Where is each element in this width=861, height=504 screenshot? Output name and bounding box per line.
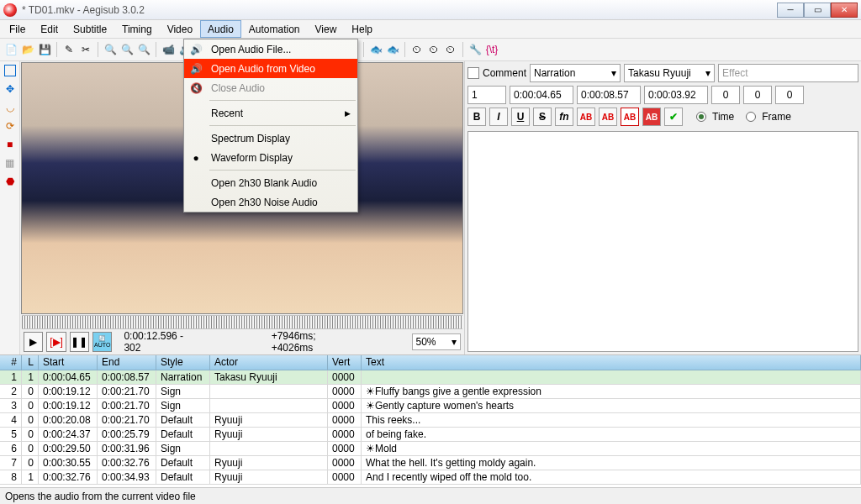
duration-input[interactable]: 0:00:03.92 — [644, 86, 708, 104]
video-toolbar: ✥ ◡ ⟳ ■ ▦ ⬣ — [0, 61, 20, 354]
menu-help[interactable]: Help — [344, 20, 380, 38]
status-bar: Opens the audio from the current video f… — [0, 487, 861, 504]
grid-header: # L Start End Style Actor Vert Text — [0, 355, 861, 370]
strike-button[interactable]: S — [533, 108, 552, 126]
color1-button[interactable]: AB — [577, 108, 595, 126]
table-row[interactable]: 500:00:24.370:00:25.79DefaultRyuuji0000o… — [0, 428, 861, 442]
time-radio[interactable] — [696, 112, 706, 122]
col-vert[interactable]: Vert — [328, 355, 362, 370]
move-icon[interactable]: ✥ — [6, 83, 14, 95]
autoscroll-button[interactable]: 🔄AUTO — [92, 332, 112, 352]
margin-v-input[interactable]: 0 — [775, 86, 804, 104]
col-text[interactable]: Text — [362, 355, 861, 370]
tool-icon[interactable]: 🐟 — [385, 42, 400, 57]
subtitle-text-input[interactable] — [467, 131, 858, 352]
menu-open-audio-file[interactable]: 🔊 Open Audio File... — [184, 39, 357, 59]
comment-checkbox[interactable] — [467, 67, 479, 79]
play-button[interactable]: ▶ — [24, 332, 43, 352]
menu-close-audio[interactable]: 🔇 Close Audio — [184, 78, 357, 97]
maximize-button[interactable]: ▭ — [804, 3, 831, 18]
main-toolbar: 📄 📂 💾 ✎ ✂ 🔍 🔍 🔍 📹 🔊 🔊 ⏱ ⏱ ⏱ ⏱ ⏱ 🎨 👤 👤 🐟 … — [0, 39, 861, 61]
tool-icon[interactable]: ✎ — [61, 42, 77, 57]
menu-open-blank-audio[interactable]: Open 2h30 Blank Audio — [184, 173, 357, 192]
menu-edit[interactable]: Edit — [33, 20, 66, 38]
margin-l-input[interactable]: 0 — [711, 86, 740, 104]
video-open-icon[interactable]: 📹 — [161, 42, 176, 57]
table-row[interactable]: 700:00:30.550:00:32.76DefaultRyuuji0000W… — [0, 456, 861, 470]
menu-file[interactable]: File — [2, 20, 33, 38]
color3-button[interactable]: AB — [621, 108, 639, 126]
tool-icon[interactable]: ✂ — [78, 42, 93, 57]
col-actor[interactable]: Actor — [210, 355, 328, 370]
tool-icon[interactable]: ⏲ — [409, 42, 425, 57]
menu-recent[interactable]: Recent ▶ — [184, 103, 357, 123]
frame-radio[interactable] — [746, 112, 756, 122]
speaker-icon: 🔊 — [189, 62, 203, 76]
menu-spectrum-display[interactable]: Spectrum Display — [184, 129, 357, 148]
menubar: File Edit Subtitle Timing Video Audio Au… — [0, 20, 861, 39]
separator — [209, 170, 356, 171]
table-row[interactable]: 110:00:04.650:00:08.57NarrationTakasu Ry… — [0, 370, 861, 385]
open-icon[interactable]: 📂 — [20, 42, 35, 57]
menu-open-noise-audio[interactable]: Open 2h30 Noise Audio — [184, 192, 357, 212]
end-time-input[interactable]: 0:00:08.57 — [577, 86, 641, 104]
tool-icon[interactable]: ▦ — [5, 157, 14, 169]
table-row[interactable]: 810:00:32.760:00:34.93DefaultRyuuji0000A… — [0, 470, 861, 485]
menu-timing[interactable]: Timing — [114, 20, 160, 38]
style-select[interactable]: Narration▾ — [530, 64, 621, 82]
table-row[interactable]: 200:00:19.120:00:21.70Sign0000☀Fluffy ba… — [0, 385, 861, 399]
menu-view[interactable]: View — [308, 20, 345, 38]
tool-icon[interactable]: ⏲ — [426, 42, 441, 57]
table-row[interactable]: 600:00:29.500:00:31.96Sign0000☀Mold — [0, 442, 861, 456]
speaker-icon: 🔊 — [189, 43, 203, 56]
start-time-input[interactable]: 0:00:04.65 — [510, 86, 573, 104]
minimize-button[interactable]: ─ — [777, 3, 804, 18]
tool-icon[interactable]: ⬣ — [6, 176, 14, 187]
settings-icon[interactable]: 🔧 — [467, 42, 483, 57]
tool-icon[interactable]: ⟳ — [6, 120, 14, 132]
tool-square-icon[interactable] — [4, 65, 16, 76]
col-number[interactable]: # — [0, 355, 22, 370]
tool-icon[interactable]: 🔍 — [119, 42, 135, 57]
playback-controls: ▶ [▶] ❚❚ 🔄AUTO 0:00:12.596 - 302 +7946ms… — [20, 329, 464, 354]
dot-icon: ● — [189, 151, 203, 165]
play-line-button[interactable]: [▶] — [46, 332, 66, 352]
color4-button[interactable]: AB — [642, 108, 661, 126]
color2-button[interactable]: AB — [599, 108, 617, 126]
pause-button[interactable]: ❚❚ — [70, 332, 89, 352]
layer-input[interactable]: 1 — [467, 86, 506, 104]
tool-icon[interactable]: 🔍 — [103, 42, 118, 57]
chevron-down-icon: ▾ — [452, 336, 457, 348]
video-timeline[interactable] — [22, 315, 462, 329]
close-button[interactable]: ✕ — [831, 3, 858, 18]
menu-subtitle[interactable]: Subtitle — [66, 20, 114, 38]
tool-icon[interactable]: ■ — [7, 139, 13, 150]
margin-r-input[interactable]: 0 — [743, 86, 772, 104]
new-icon[interactable]: 📄 — [3, 42, 18, 57]
actor-select[interactable]: Takasu Ryuuji▾ — [624, 64, 715, 82]
menu-open-audio-from-video[interactable]: 🔊 Open Audio from Video — [184, 59, 357, 78]
tag-icon[interactable]: {\t} — [484, 42, 499, 57]
font-button[interactable]: fn — [555, 108, 573, 126]
menu-audio[interactable]: Audio — [200, 20, 241, 38]
tool-icon[interactable]: 🐟 — [368, 42, 383, 57]
col-start[interactable]: Start — [39, 355, 98, 370]
table-row[interactable]: 300:00:19.120:00:21.70Sign0000☀Gently ca… — [0, 399, 861, 413]
effect-input[interactable]: Effect — [718, 64, 858, 82]
underline-button[interactable]: U — [511, 108, 530, 126]
menu-automation[interactable]: Automation — [241, 20, 308, 38]
tool-icon[interactable]: 🔍 — [136, 42, 151, 57]
save-icon[interactable]: 💾 — [37, 42, 52, 57]
col-end[interactable]: End — [98, 355, 156, 370]
bold-button[interactable]: B — [467, 108, 486, 126]
menu-waveform-display[interactable]: ● Waveform Display — [184, 148, 357, 167]
arc-icon[interactable]: ◡ — [6, 102, 14, 113]
col-layer[interactable]: L — [22, 355, 39, 370]
menu-video[interactable]: Video — [160, 20, 200, 38]
zoom-select[interactable]: 50% ▾ — [412, 333, 462, 350]
col-style[interactable]: Style — [156, 355, 210, 370]
italic-button[interactable]: I — [489, 108, 508, 126]
commit-button[interactable]: ✔ — [664, 108, 683, 126]
tool-icon[interactable]: ⏲ — [443, 42, 458, 57]
table-row[interactable]: 400:00:20.080:00:21.70DefaultRyuuji0000T… — [0, 413, 861, 428]
